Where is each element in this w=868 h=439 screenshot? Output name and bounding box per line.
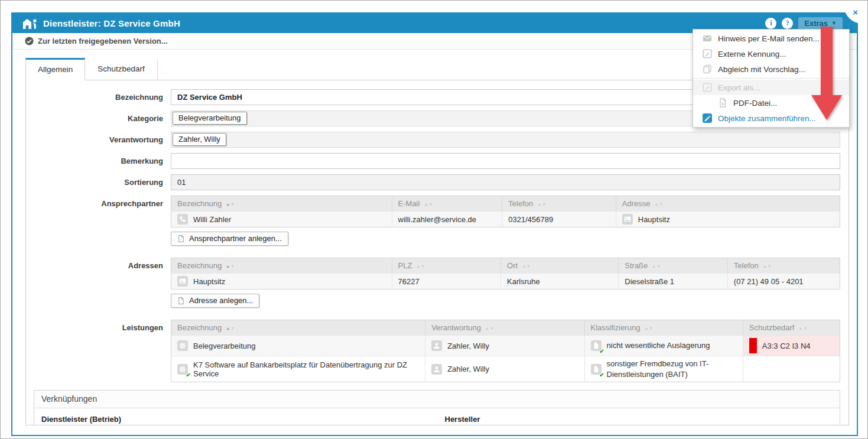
titlebar-actions: i ? Extras ▼ <box>765 17 857 30</box>
sort-icons: ▲▼ <box>424 202 433 206</box>
sort-icons: ▲▼ <box>652 264 661 268</box>
field-label-kategorie: Kategorie <box>26 110 171 123</box>
service-gear-icon: ✔ <box>177 364 188 375</box>
ansprechpartner-row[interactable]: Willi Zahler willi.zahler@service.de 032… <box>171 212 840 227</box>
column-header-adresse[interactable]: Adresse▲▼ <box>616 196 840 212</box>
sort-icons: ▲▼ <box>537 202 547 206</box>
column-header-bezeichnung[interactable]: Bezeichnung▲▼ <box>171 320 425 336</box>
menu-item-externe-kennung[interactable]: Externe Kennung... <box>693 46 849 61</box>
close-icon: × <box>853 8 858 24</box>
adressen-table: Bezeichnung▲▼ PLZ▲▼ Ort▲▼ Straße▲▼ Telef… <box>171 258 840 290</box>
sort-icons: ▲▼ <box>654 202 664 206</box>
merge-icon <box>702 113 712 123</box>
column-header-schutzbedarf[interactable]: Schutzbedarf▲▼ <box>743 320 840 336</box>
check-circle-icon <box>25 37 34 45</box>
chevron-down-icon: ▼ <box>831 20 837 26</box>
field-label-verantwortung: Verantwortung <box>26 132 171 144</box>
verknuepfungen-title: Verknüpfungen <box>34 391 840 408</box>
column-header-ort[interactable]: Ort▲▼ <box>501 258 619 274</box>
field-label-ansprechpartner: Ansprechpartner <box>26 196 171 208</box>
sort-icons: ▲▼ <box>763 264 772 268</box>
mail-icon <box>702 34 712 44</box>
column-header-bezeichnung[interactable]: Bezeichnung▲▼ <box>171 258 392 274</box>
column-header-plz[interactable]: PLZ▲▼ <box>392 258 501 274</box>
sortierung-input[interactable] <box>171 174 840 190</box>
section-title: Dienstleister (Betrieb) <box>41 415 430 424</box>
ansprechpartner-table: Bezeichnung▲▼ E-Mail▲▼ Telefon▲▼ Adresse… <box>171 196 840 227</box>
dialog-title: Dienstleister: DZ Service GmbH <box>43 18 180 28</box>
verknuepfungen-hersteller: Hersteller Bezeichnung▲▼ <box>445 409 833 425</box>
classification-document-icon: ✔ <box>591 340 602 351</box>
check-badge-icon: ✔ <box>599 372 604 378</box>
export-icon <box>702 83 712 93</box>
extras-button-label: Extras <box>804 19 828 28</box>
kategorie-chip[interactable]: Belegverarbeitung <box>173 112 247 125</box>
extras-button[interactable]: Extras ▼ <box>798 17 843 30</box>
sort-icons: ▲▼ <box>522 264 531 268</box>
menu-item-objekte-zusammenfuehren[interactable]: Objekte zusammenführen... <box>693 110 849 126</box>
page: Dienstleister: DZ Service GmbH i ? Extra… <box>0 0 868 439</box>
field-label-adressen: Adressen <box>26 258 171 270</box>
new-document-icon <box>177 235 185 243</box>
tab-panel-allgemein: Bezeichnung Kategorie Belegverarbeitung … <box>25 80 849 425</box>
verknuepfungen-body: Dienstleister (Betrieb) Bezeichnung▲▼ He… <box>34 408 840 425</box>
help-button[interactable]: ? <box>782 18 793 29</box>
sort-icons: ▲▼ <box>226 326 235 330</box>
check-badge-icon: ✔ <box>599 348 604 355</box>
column-header-bezeichnung[interactable]: Bezeichnung▲▼ <box>171 196 392 212</box>
address-icon <box>177 276 188 287</box>
field-row-ansprechpartner: Ansprechpartner Bezeichnung▲▼ E-Mail▲▼ T… <box>26 196 849 252</box>
edit-icon <box>702 49 712 59</box>
tab-schutzbedarf[interactable]: Schutzbedarf <box>85 59 158 80</box>
field-label-bezeichnung: Bezeichnung <box>26 89 171 102</box>
column-header-telefon[interactable]: Telefon▲▼ <box>502 196 616 212</box>
service-gear-icon <box>177 340 188 351</box>
ansprechpartner-anlegen-button[interactable]: Ansprechpartner anlegen... <box>171 232 288 246</box>
menu-separator <box>693 78 849 79</box>
last-approved-version-label: Zur letzten freigegebenen Version... <box>38 37 168 45</box>
tab-allgemein[interactable]: Allgemein <box>25 58 85 80</box>
dienstleister-icon <box>22 17 38 30</box>
extras-menu: Hinweis per E-Mail senden... Externe Ken… <box>693 29 850 128</box>
column-header-telefon[interactable]: Telefon▲▼ <box>727 258 840 274</box>
sort-icons: ▲▼ <box>485 326 495 330</box>
leistungen-row[interactable]: ✔ K7 Software auf Bankarbeitsplatz für D… <box>171 356 840 382</box>
adresse-anlegen-button[interactable]: Adresse anlegen... <box>171 294 259 308</box>
verknuepfungen-dienstleister-betrieb: Dienstleister (Betrieb) Bezeichnung▲▼ <box>41 409 430 425</box>
column-header-verantwortung[interactable]: Verantwortung▲▼ <box>425 320 584 336</box>
field-row-verantwortung: Verantwortung Zahler, Willy <box>26 132 849 148</box>
adressen-row[interactable]: Hauptsitz 76227 Karlsruhe Dieselstraße 1… <box>171 274 840 290</box>
field-row-leistungen: Leistungen Bezeichnung▲▼ Verantwortung▲▼… <box>26 320 849 382</box>
person-icon <box>431 340 442 351</box>
field-row-bemerkung: Bemerkung <box>26 153 849 169</box>
menu-item-abgleich-mit-vorschlag[interactable]: Abgleich mit Vorschlag... <box>693 61 849 77</box>
verantwortung-chip[interactable]: Zahler, Willy <box>173 133 226 146</box>
bemerkung-input[interactable] <box>171 153 840 169</box>
ansprechpartner-header-row: Bezeichnung▲▼ E-Mail▲▼ Telefon▲▼ Adresse… <box>171 196 840 212</box>
check-badge-icon: ✔ <box>186 372 191 378</box>
sort-icons: ▲▼ <box>798 326 808 330</box>
copy-icon <box>702 64 712 74</box>
field-label-bemerkung: Bemerkung <box>26 153 171 165</box>
verknuepfungen-section: Verknüpfungen Dienstleister (Betrieb) Be… <box>34 390 840 425</box>
sort-icons: ▲▼ <box>226 264 235 268</box>
schutzbedarf-level-color <box>749 338 757 353</box>
menu-item-pdf-datei[interactable]: PDF-Datei... <box>693 95 849 110</box>
column-header-strasse[interactable]: Straße▲▼ <box>619 258 728 274</box>
leistungen-header-row: Bezeichnung▲▼ Verantwortung▲▼ Klassifizi… <box>171 320 840 336</box>
verantwortung-field[interactable]: Zahler, Willy <box>171 132 840 148</box>
address-icon <box>622 214 633 225</box>
column-header-klassifizierung[interactable]: Klassifizierung▲▼ <box>584 320 743 336</box>
field-row-sortierung: Sortierung <box>26 174 849 190</box>
leistungen-row[interactable]: Belegverarbeitung Zahler, Willy ✔ nicht … <box>171 336 840 356</box>
person-icon <box>431 364 442 375</box>
field-row-adressen: Adressen Bezeichnung▲▼ PLZ▲▼ Ort▲▼ Straß… <box>26 258 849 314</box>
menu-item-hinweis-per-email[interactable]: Hinweis per E-Mail senden... <box>693 31 849 46</box>
info-button[interactable]: i <box>765 18 776 29</box>
last-approved-version-link[interactable]: Zur letzten freigegebenen Version... <box>25 37 168 45</box>
section-title: Hersteller <box>445 415 833 424</box>
sort-icons: ▲▼ <box>644 326 654 330</box>
column-header-email[interactable]: E-Mail▲▼ <box>392 196 502 212</box>
leistungen-table: Bezeichnung▲▼ Verantwortung▲▼ Klassifizi… <box>171 320 840 382</box>
field-label-sortierung: Sortierung <box>26 174 171 187</box>
